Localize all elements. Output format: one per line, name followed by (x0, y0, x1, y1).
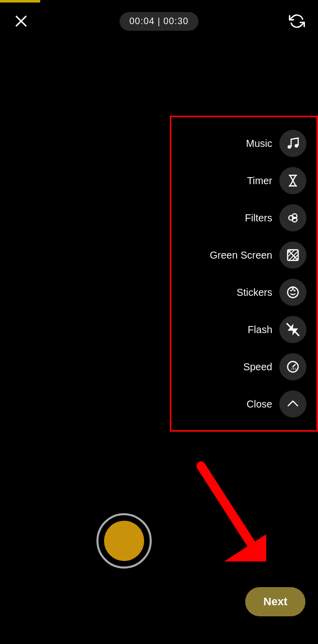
svg-point-2 (288, 145, 291, 149)
shutter-inner-circle (104, 521, 144, 561)
music-icon-circle (279, 130, 306, 157)
music-label: Music (246, 138, 272, 149)
svg-line-21 (201, 466, 251, 544)
next-button[interactable]: Next (245, 587, 305, 616)
menu-panel: Music Timer Filters (170, 116, 318, 432)
timer-icon-circle (279, 167, 306, 194)
speed-label: Speed (243, 361, 272, 373)
filters-label: Filters (245, 212, 272, 224)
next-label: Next (263, 595, 287, 608)
menu-item-flash[interactable]: Flash (181, 311, 306, 348)
svg-point-3 (295, 144, 298, 147)
timer-text: 00:04 | 00:30 (130, 16, 189, 26)
speed-icon-circle: OFF (279, 353, 306, 380)
stickers-label: Stickers (237, 287, 272, 298)
shutter-button[interactable] (96, 513, 152, 569)
progress-bar (0, 0, 40, 3)
close-menu-label: Close (247, 398, 272, 410)
flash-label: Flash (248, 324, 272, 336)
flash-icon-circle (279, 316, 306, 343)
header: 00:04 | 00:30 (0, 5, 318, 37)
menu-item-music[interactable]: Music (181, 125, 306, 162)
menu-item-filters[interactable]: Filters (181, 199, 306, 236)
stickers-icon-circle (279, 279, 306, 306)
timer-label: Timer (247, 175, 272, 187)
menu-item-timer[interactable]: Timer (181, 162, 306, 199)
green-screen-icon-circle (279, 242, 306, 269)
flip-camera-button[interactable] (286, 10, 308, 32)
close-button[interactable] (10, 10, 32, 32)
svg-text:OFF: OFF (291, 367, 297, 370)
timer-display: 00:04 | 00:30 (120, 12, 199, 31)
menu-item-green-screen[interactable]: Green Screen (181, 236, 306, 274)
green-screen-label: Green Screen (209, 250, 272, 261)
arrow-indicator (186, 461, 266, 564)
close-menu-icon-circle (279, 390, 306, 418)
shutter-outer-ring (96, 513, 152, 569)
menu-item-speed[interactable]: Speed OFF (181, 348, 306, 385)
menu-item-close[interactable]: Close (181, 385, 306, 423)
filters-icon-circle (279, 204, 306, 231)
menu-item-stickers[interactable]: Stickers (181, 274, 306, 311)
